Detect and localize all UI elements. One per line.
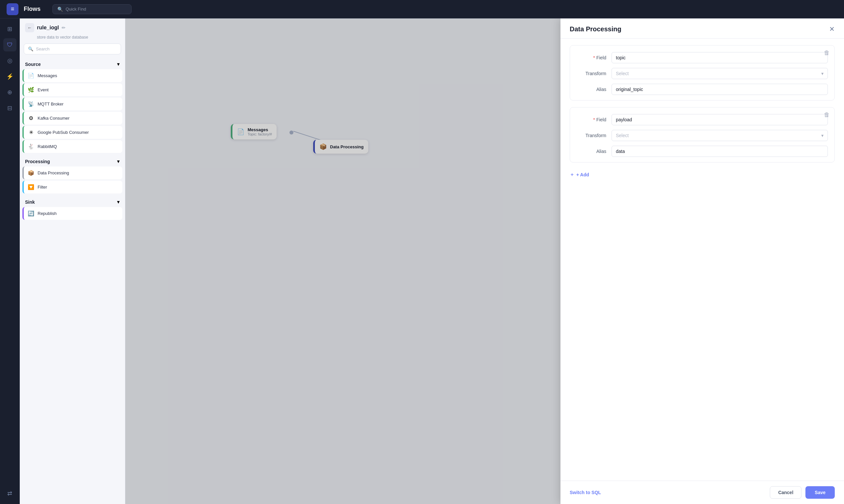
canvas-area[interactable]: 📄 Messages Topic: factory/# 📦 Data Proce…: [125, 18, 844, 504]
sidebar-plugins[interactable]: ⚡: [3, 70, 17, 83]
node-data-processing-label: Data Processing: [38, 170, 69, 175]
republish-icon: 🔄: [28, 210, 34, 217]
add-field-button[interactable]: ＋ + Add: [570, 169, 835, 180]
edit-rule-icon[interactable]: ✏: [62, 25, 66, 30]
source-chevron-icon: ▾: [117, 61, 120, 67]
search-placeholder: Search: [36, 47, 50, 51]
footer-actions: Cancel Save: [770, 486, 835, 499]
node-messages-label: Messages: [38, 73, 57, 78]
close-button[interactable]: ✕: [829, 25, 835, 33]
delete-field-2-button[interactable]: 🗑: [824, 111, 830, 118]
field-1-input[interactable]: [612, 52, 828, 63]
node-mqtt[interactable]: 📡 MQTT Broker: [22, 97, 122, 110]
top-nav: ≡ Flows 🔍 Quick Find: [0, 0, 844, 18]
quick-find-placeholder: Quick Find: [66, 6, 86, 12]
switch-sql-button[interactable]: Switch to SQL: [570, 490, 601, 495]
node-data-processing[interactable]: 📦 Data Processing: [22, 166, 122, 179]
field-1-transform-placeholder: Select: [616, 71, 629, 76]
field-1-field-label: *Field: [577, 55, 606, 60]
field-2-transform-row: Transform Select ▾: [577, 130, 828, 141]
field-2-alias-label: Alias: [577, 149, 606, 154]
field-2-transform-chevron-icon: ▾: [821, 133, 824, 138]
sidebar-resources[interactable]: ⊟: [3, 102, 17, 115]
node-republish[interactable]: 🔄 Republish: [22, 207, 122, 220]
node-event[interactable]: 🌿 Event: [22, 84, 122, 96]
panel-header: Data Processing ✕: [560, 18, 844, 39]
node-messages[interactable]: 📄 Messages: [22, 69, 122, 82]
event-icon: 🌿: [28, 87, 34, 93]
node-rabbitmq[interactable]: 🐇 RabbitMQ: [22, 140, 122, 153]
field-2-alias-row: Alias: [577, 146, 828, 157]
field-1-transform-select[interactable]: Select ▾: [612, 68, 828, 79]
field-2-transform-select[interactable]: Select ▾: [612, 130, 828, 141]
field-2-input[interactable]: [612, 114, 828, 125]
node-pubsub-label: Google PubSub Consumer: [38, 130, 89, 135]
delete-field-1-button[interactable]: 🗑: [824, 50, 830, 56]
source-section-title: Source: [25, 61, 40, 67]
sink-chevron-icon: ▾: [117, 199, 120, 205]
back-button[interactable]: ←: [25, 23, 34, 32]
sink-items: 🔄 Republish: [22, 207, 122, 220]
node-kafka-label: Kafka Consumer: [38, 116, 70, 121]
processing-section-title: Processing: [25, 159, 50, 164]
field-1-field-row: *Field: [577, 52, 828, 63]
field-2-transform-label: Transform: [577, 133, 606, 138]
field-card-1: 🗑 *Field Transform Select ▾: [570, 45, 835, 101]
field-1-transform-label: Transform: [577, 71, 606, 76]
add-label: + Add: [576, 172, 589, 177]
data-processing-icon: 📦: [28, 170, 34, 176]
search-icon: 🔍: [28, 47, 33, 51]
mqtt-icon: 📡: [28, 101, 34, 107]
node-event-label: Event: [38, 87, 49, 92]
processing-section-header[interactable]: Processing ▾: [22, 156, 122, 166]
main-layout: ⊞ 🛡 ◎ ⚡ ⊕ ⊟ ⇄ ← rule_iogl ✏ store data t…: [0, 18, 844, 504]
rule-description: store data to vector database: [20, 35, 125, 43]
node-pubsub[interactable]: ✳ Google PubSub Consumer: [22, 126, 122, 139]
messages-icon: 📄: [28, 73, 34, 79]
icon-sidebar: ⊞ 🛡 ◎ ⚡ ⊕ ⊟ ⇄: [0, 18, 20, 504]
field-2-alias-input[interactable]: [612, 146, 828, 157]
field-card-2: 🗑 *Field Transform Select ▾: [570, 107, 835, 162]
rule-name: rule_iogl: [37, 25, 59, 31]
source-section-header[interactable]: Source ▾: [22, 58, 122, 69]
source-items: 📄 Messages 🌿 Event 📡 MQTT Broker ⚙ Kafka…: [22, 69, 122, 153]
panel-title: Data Processing: [570, 25, 622, 33]
search-icon: 🔍: [57, 6, 63, 12]
sink-section-title: Sink: [25, 199, 35, 205]
field-1-alias-label: Alias: [577, 87, 606, 92]
left-panel-header: ← rule_iogl ✏: [20, 18, 125, 35]
processing-items: 📦 Data Processing 🔽 Filter: [22, 166, 122, 194]
sidebar-search[interactable]: ⊕: [3, 86, 17, 99]
panel-footer: Switch to SQL Cancel Save: [560, 481, 844, 504]
cancel-button[interactable]: Cancel: [770, 486, 802, 499]
node-search[interactable]: 🔍 Search: [24, 43, 121, 54]
field-2-transform-placeholder: Select: [616, 133, 629, 138]
rabbitmq-icon: 🐇: [28, 143, 34, 150]
app-title: Flows: [24, 5, 40, 13]
pubsub-icon: ✳: [28, 129, 34, 136]
node-filter-label: Filter: [38, 185, 47, 190]
node-rabbitmq-label: RabbitMQ: [38, 144, 57, 149]
sidebar-flows[interactable]: 🛡: [3, 38, 17, 51]
data-processing-panel: Data Processing ✕ 🗑 *Field Transform: [560, 18, 844, 504]
field-1-transform-row: Transform Select ▾: [577, 68, 828, 79]
kafka-icon: ⚙: [28, 115, 34, 121]
field-2-field-row: *Field: [577, 114, 828, 125]
node-filter[interactable]: 🔽 Filter: [22, 181, 122, 194]
node-kafka[interactable]: ⚙ Kafka Consumer: [22, 112, 122, 125]
field-1-transform-chevron-icon: ▾: [821, 71, 824, 76]
node-list: Source ▾ 📄 Messages 🌿 Event 📡 MQTT Broke…: [20, 58, 125, 504]
sidebar-dashboard[interactable]: ⊞: [3, 22, 17, 36]
processing-chevron-icon: ▾: [117, 158, 120, 164]
field-2-field-label: *Field: [577, 117, 606, 122]
sink-section-header[interactable]: Sink ▾: [22, 196, 122, 207]
field-1-alias-input[interactable]: [612, 84, 828, 95]
sidebar-collapse[interactable]: ⇄: [3, 487, 17, 500]
filter-icon: 🔽: [28, 184, 34, 190]
node-republish-label: Republish: [38, 211, 57, 216]
save-button[interactable]: Save: [805, 486, 835, 499]
sidebar-rules[interactable]: ◎: [3, 54, 17, 67]
quick-find-search[interactable]: 🔍 Quick Find: [52, 4, 131, 14]
panel-body: 🗑 *Field Transform Select ▾: [560, 39, 844, 481]
app-logo: ≡: [6, 3, 18, 15]
